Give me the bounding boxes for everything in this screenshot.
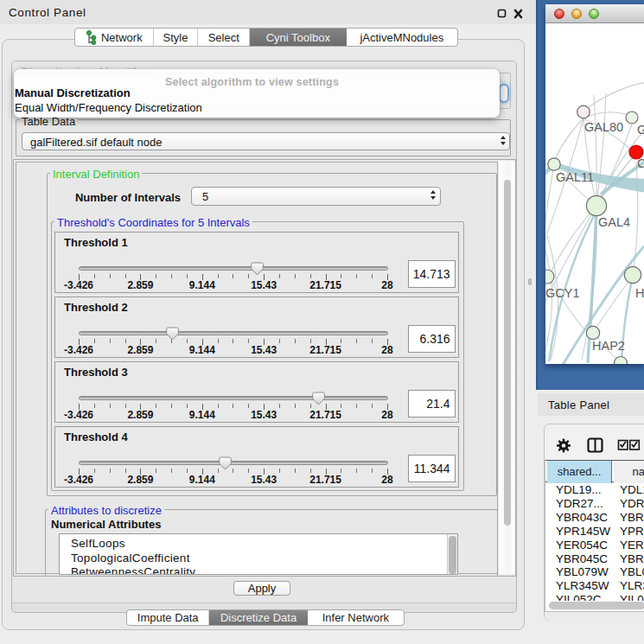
svg-text:HAP2: HAP2 xyxy=(592,339,625,353)
svg-text:H: H xyxy=(635,286,644,300)
svg-text:GCY1: GCY1 xyxy=(545,286,580,300)
svg-text:GAL11: GAL11 xyxy=(556,170,594,184)
svg-text:GAL4: GAL4 xyxy=(598,215,630,229)
svg-text:GA: GA xyxy=(637,123,644,137)
svg-text:C: C xyxy=(637,156,644,170)
svg-text:GAL80: GAL80 xyxy=(584,120,623,134)
